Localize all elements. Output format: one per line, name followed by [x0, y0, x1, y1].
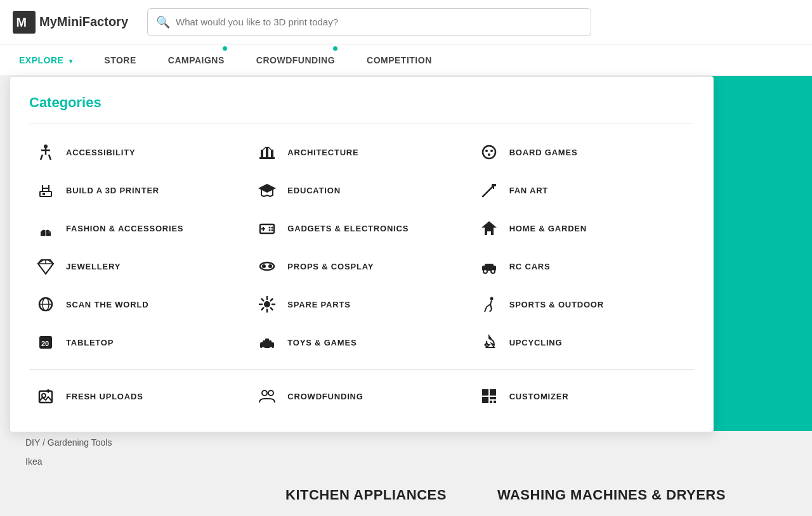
cat-education[interactable]: EDUCATION: [251, 172, 472, 208]
logo-text: MyMiniFactory: [39, 15, 128, 29]
cat-scan-world[interactable]: SCAN THE WORLD: [29, 287, 251, 322]
svg-line-11: [263, 147, 266, 150]
search-bar: 🔍: [147, 8, 591, 36]
cat-toys-games[interactable]: TOYS & GAMES: [251, 325, 472, 360]
cat-fashion[interactable]: FASHION & ACCESSORIES: [29, 210, 251, 246]
customizer-icon: [478, 385, 501, 408]
cat-gadgets[interactable]: GADGETS & ELECTRONICS: [251, 210, 472, 246]
svg-point-55: [490, 297, 493, 300]
svg-rect-73: [490, 389, 496, 396]
cat-props-cosplay[interactable]: PROPS & COSPLAY: [251, 248, 472, 284]
spare-parts-icon: [256, 293, 278, 316]
jewellery-icon: [34, 255, 57, 278]
cat-jewellery[interactable]: JEWELLERY: [29, 248, 251, 284]
svg-rect-74: [482, 397, 488, 403]
svg-point-13: [483, 146, 495, 158]
svg-point-66: [270, 347, 273, 351]
svg-point-50: [491, 269, 495, 273]
nav-campaigns[interactable]: CAMPAIGNS: [168, 55, 225, 65]
svg-point-30: [269, 227, 271, 229]
jewellery-label: JEWELLERY: [66, 262, 121, 271]
washing-machines-label[interactable]: WASHING MACHINES & DRYERS: [497, 487, 726, 503]
svg-rect-75: [490, 397, 496, 399]
teal-banner: [710, 76, 812, 431]
svg-rect-9: [271, 150, 273, 158]
cat-accessibility[interactable]: ACCESSIBILITY: [29, 134, 251, 170]
nav-store[interactable]: STORE: [104, 55, 136, 65]
cat-upcycling[interactable]: UPCYCLING: [473, 325, 694, 360]
fresh-uploads-label: FRESH UPLOADS: [66, 392, 143, 401]
svg-point-49: [483, 269, 487, 273]
crowdfunding-icon: [256, 385, 278, 408]
svg-rect-18: [43, 193, 45, 195]
explore-arrow-icon: ▾: [69, 58, 73, 65]
nav-competition[interactable]: COMPETITION: [367, 55, 432, 65]
customizer-label: CUSTOMIZER: [509, 392, 569, 401]
cat-architecture[interactable]: ARCHITECTURE: [251, 134, 472, 170]
scan-world-label: SCAN THE WORLD: [66, 300, 148, 309]
svg-rect-36: [487, 231, 491, 235]
cat-tabletop[interactable]: 20 TABLETOP: [29, 325, 251, 360]
board-games-label: BOARD GAMES: [509, 148, 578, 157]
cat-fresh-uploads[interactable]: FRESH UPLOADS: [29, 378, 251, 414]
svg-rect-72: [482, 389, 488, 396]
svg-point-65: [262, 347, 265, 351]
svg-point-46: [268, 264, 272, 268]
svg-point-54: [264, 301, 270, 307]
cat-crowdfunding-special[interactable]: CROWDFUNDING: [251, 378, 472, 414]
svg-rect-48: [485, 264, 494, 268]
svg-rect-24: [492, 184, 496, 186]
special-categories-grid: FRESH UPLOADS CROWDFUNDING CUSTOMIZER: [29, 378, 694, 414]
spare-parts-label: SPARE PARTS: [287, 300, 350, 309]
home-garden-label: HOME & GARDEN: [509, 224, 587, 233]
dropdown-title: Categories: [29, 94, 694, 111]
fan-art-label: FAN ART: [509, 186, 548, 195]
svg-text:M: M: [16, 15, 26, 29]
bottom-divider: [29, 369, 694, 370]
cat-fan-art[interactable]: FAN ART: [473, 172, 694, 208]
nav-explore[interactable]: EXPLORE ▾: [19, 55, 72, 65]
svg-point-15: [490, 150, 493, 152]
cat-build-3d-printer[interactable]: BUILD A 3D PRINTER: [29, 172, 251, 208]
cat-home-garden[interactable]: HOME & GARDEN: [473, 210, 694, 246]
main-nav: EXPLORE ▾ STORE CAMPAIGNS CROWDFUNDING C…: [0, 44, 812, 76]
logo[interactable]: M MyMiniFactory: [13, 11, 128, 34]
search-input[interactable]: [147, 8, 591, 36]
cat-spare-parts[interactable]: SPARE PARTS: [251, 287, 472, 322]
props-cosplay-icon: [256, 255, 278, 278]
cat-sports-outdoor[interactable]: SPORTS & OUTDOOR: [473, 287, 694, 322]
fashion-icon: [34, 217, 57, 240]
svg-point-26: [48, 231, 51, 233]
search-icon: 🔍: [156, 15, 170, 29]
toys-games-icon: [256, 331, 278, 354]
crowdfunding-dot: [333, 46, 337, 51]
cat-board-games[interactable]: BOARD GAMES: [473, 134, 694, 170]
svg-line-58: [490, 304, 492, 309]
nav-crowdfunding[interactable]: CROWDFUNDING: [256, 55, 335, 65]
rc-cars-label: RC CARS: [509, 262, 551, 271]
cat-customizer[interactable]: CUSTOMIZER: [473, 378, 694, 414]
svg-rect-17: [40, 191, 51, 197]
svg-rect-77: [494, 401, 496, 403]
build-3d-printer-icon: [34, 179, 57, 202]
svg-line-57: [487, 304, 490, 307]
gadgets-label: GADGETS & ELECTRONICS: [287, 224, 409, 233]
architecture-label: ARCHITECTURE: [287, 148, 358, 157]
svg-point-2: [44, 145, 48, 148]
sidebar-link-ikea[interactable]: Ikea: [25, 456, 123, 467]
svg-marker-34: [481, 221, 497, 228]
kitchen-appliances-label[interactable]: KITCHEN APPLIANCES: [285, 487, 447, 503]
tabletop-label: TABLETOP: [66, 338, 114, 347]
cat-rc-cars[interactable]: RC CARS: [473, 248, 694, 284]
sidebar-link-diy[interactable]: DIY / Gardening Tools: [25, 437, 123, 448]
scan-world-icon: [34, 293, 57, 316]
sports-outdoor-icon: [478, 293, 501, 316]
campaigns-dot: [223, 46, 227, 51]
logo-icon: M: [13, 11, 36, 34]
upcycling-icon: [478, 331, 501, 354]
svg-rect-10: [259, 157, 275, 159]
rc-cars-icon: [478, 255, 501, 278]
top-divider: [29, 124, 694, 124]
svg-point-33: [272, 229, 273, 231]
svg-point-16: [488, 153, 490, 156]
